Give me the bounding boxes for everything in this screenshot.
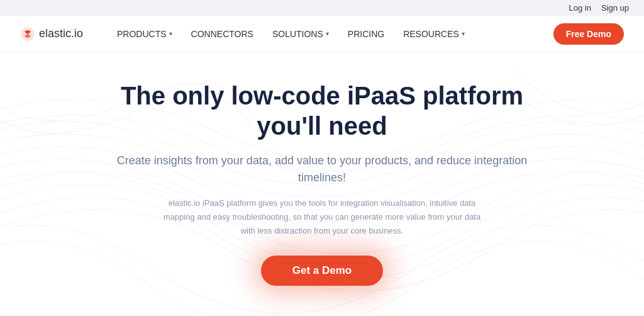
hero-description: elastic.io iPaaS platform gives you the … (158, 196, 486, 238)
navbar: elastic.io PRODUCTS ▾ CONNECTORS SOLUTIO… (0, 16, 644, 52)
nav-products[interactable]: PRODUCTS ▾ (108, 24, 181, 44)
signup-link[interactable]: Sign up (601, 3, 629, 13)
logo-icon (20, 26, 35, 42)
hero-subtitle: Create insights from your data, add valu… (102, 152, 542, 186)
login-link[interactable]: Log in (569, 3, 591, 13)
get-demo-button[interactable]: Get a Demo (261, 256, 383, 286)
logo[interactable]: elastic.io (20, 26, 83, 42)
nav-links: PRODUCTS ▾ CONNECTORS SOLUTIONS ▾ PRICIN… (108, 24, 553, 44)
logo-text: elastic.io (39, 27, 83, 40)
resources-chevron-icon: ▾ (462, 30, 465, 37)
hero-title: The only low-code iPaaS platform you'll … (102, 81, 542, 141)
nav-resources[interactable]: RESOURCES ▾ (394, 24, 474, 44)
free-demo-button[interactable]: Free Demo (553, 23, 624, 45)
solutions-chevron-icon: ▾ (326, 30, 329, 37)
hero-content: The only low-code iPaaS platform you'll … (102, 81, 542, 286)
nav-connectors[interactable]: CONNECTORS (182, 24, 262, 44)
top-bar: Log in Sign up (0, 0, 644, 16)
nav-pricing[interactable]: PRICING (339, 24, 393, 44)
nav-solutions[interactable]: SOLUTIONS ▾ (264, 24, 338, 44)
hero-section: The only low-code iPaaS platform you'll … (0, 52, 644, 314)
products-chevron-icon: ▾ (169, 30, 172, 37)
